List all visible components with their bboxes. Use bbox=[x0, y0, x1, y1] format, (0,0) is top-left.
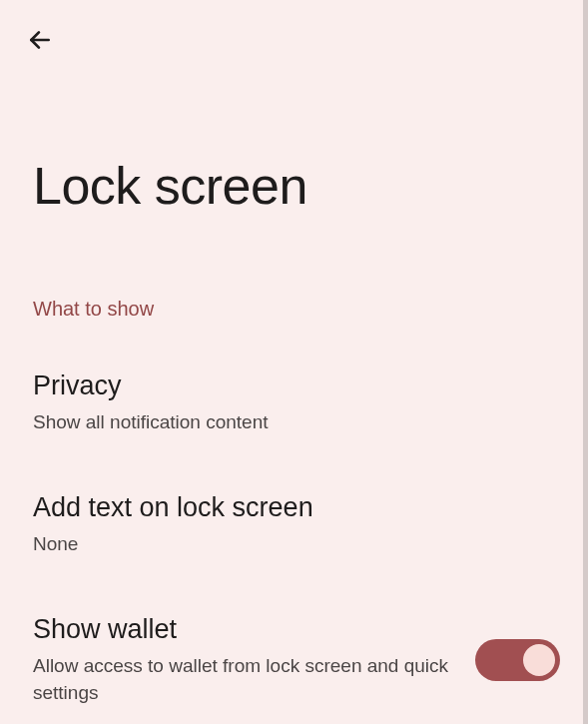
setting-title: Add text on lock screen bbox=[33, 490, 555, 525]
setting-subtitle: None bbox=[33, 531, 555, 558]
setting-subtitle: Show all notification content bbox=[33, 409, 555, 436]
toggle-thumb bbox=[523, 644, 555, 676]
setting-title: Privacy bbox=[33, 368, 555, 403]
section-header: What to show bbox=[33, 298, 154, 321]
scrollbar[interactable] bbox=[583, 0, 588, 724]
setting-title: Show wallet bbox=[33, 612, 555, 647]
setting-item-privacy[interactable]: Privacy Show all notification content bbox=[33, 368, 555, 436]
back-button[interactable] bbox=[20, 20, 60, 60]
show-wallet-toggle[interactable] bbox=[475, 639, 560, 681]
arrow-left-icon bbox=[27, 27, 53, 53]
setting-item-add-text[interactable]: Add text on lock screen None bbox=[33, 490, 555, 558]
page-title: Lock screen bbox=[33, 156, 307, 216]
setting-subtitle: Allow access to wallet from lock screen … bbox=[33, 653, 452, 706]
